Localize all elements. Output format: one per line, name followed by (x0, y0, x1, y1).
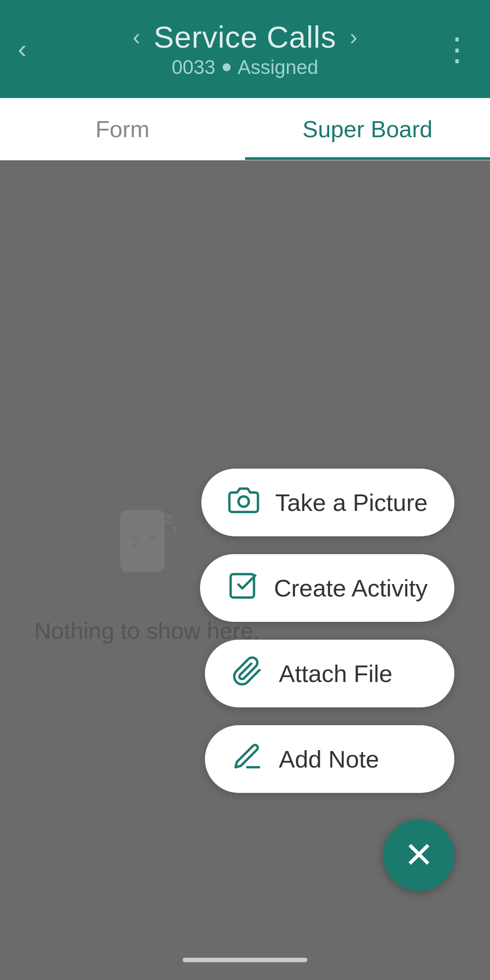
header-subtitle: 0033 Assigned (172, 56, 318, 78)
take-picture-label: Take a Picture (275, 489, 428, 516)
close-icon: ✕ (404, 837, 434, 873)
svg-point-1 (133, 544, 136, 547)
fab-close-button[interactable]: ✕ (383, 820, 454, 891)
attach-file-button[interactable]: Attach File (205, 640, 454, 707)
svg-text:Z: Z (165, 512, 172, 526)
tab-bar: Form Super Board (0, 98, 490, 160)
more-options-button[interactable]: ⋮ (441, 38, 472, 60)
svg-point-2 (151, 544, 154, 547)
header-center: ‹ Service Calls › 0033 Assigned (133, 20, 357, 78)
svg-rect-6 (231, 574, 254, 598)
add-note-label: Add Note (279, 745, 379, 773)
add-note-button[interactable]: Add Note (205, 725, 454, 793)
status-dot (222, 63, 230, 71)
main-content: Z z Nothing to show here. Take a Picture (0, 160, 490, 980)
status-label: Assigned (237, 56, 318, 78)
tab-super-board[interactable]: Super Board (245, 98, 490, 160)
prev-arrow[interactable]: ‹ (133, 24, 140, 50)
svg-text:z: z (173, 524, 177, 534)
paperclip-icon (232, 656, 263, 691)
header-nav: ‹ Service Calls › (133, 20, 357, 54)
back-button[interactable]: ‹ (18, 36, 27, 62)
attach-file-label: Attach File (279, 660, 392, 687)
home-indicator (183, 958, 307, 962)
checkbox-icon (227, 570, 258, 606)
create-activity-button[interactable]: Create Activity (200, 554, 454, 622)
fab-menu: Take a Picture Create Activity Attach Fi… (200, 469, 454, 793)
camera-icon (228, 485, 259, 520)
tab-form[interactable]: Form (0, 98, 245, 160)
svg-point-5 (238, 496, 249, 506)
page-title: Service Calls (154, 20, 336, 54)
take-picture-button[interactable]: Take a Picture (201, 469, 454, 536)
svg-rect-0 (120, 510, 165, 572)
next-arrow[interactable]: › (350, 24, 357, 50)
app-header: ‹ ‹ Service Calls › 0033 Assigned ⋮ (0, 0, 490, 98)
service-call-number: 0033 (172, 56, 216, 78)
pencil-icon (232, 741, 263, 777)
create-activity-label: Create Activity (274, 574, 428, 602)
sleeping-emoji-icon: Z z (102, 497, 192, 600)
